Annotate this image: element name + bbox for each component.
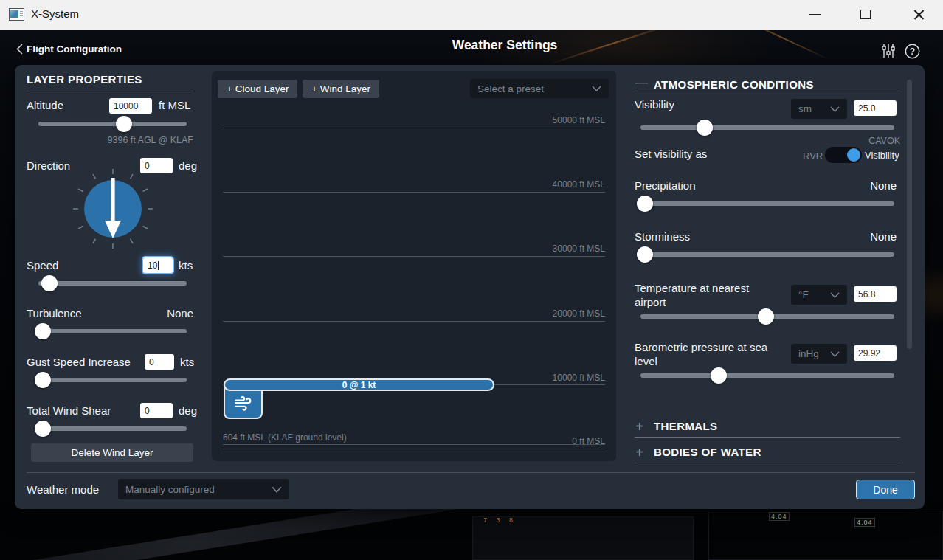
visibility-unit-dropdown[interactable]: sm — [791, 99, 847, 119]
slider-thumb[interactable] — [711, 367, 727, 384]
slider-thumb[interactable] — [758, 308, 774, 325]
expand-icon[interactable]: + — [635, 446, 644, 459]
preset-dropdown[interactable]: Select a preset — [470, 79, 609, 98]
altitude-tick-label: 30000 ft MSL — [223, 243, 605, 254]
gust-slider[interactable] — [38, 372, 187, 388]
speed-label: Speed — [27, 259, 58, 272]
divider — [635, 463, 900, 463]
temperature-slider[interactable] — [640, 308, 894, 325]
page-title: Weather Settings — [452, 38, 558, 53]
wind-direction-compass[interactable] — [72, 167, 154, 250]
altitude-gridline — [223, 449, 605, 449]
altitude-gridline — [223, 256, 605, 257]
pressure-slider[interactable] — [640, 367, 894, 384]
slider-thumb[interactable] — [637, 246, 653, 263]
pressure-label: Barometric pressure at sea level — [635, 340, 790, 368]
altitude-slider[interactable] — [38, 116, 187, 132]
window-titlebar: X-System — [0, 0, 943, 30]
slider-thumb[interactable] — [35, 323, 51, 339]
slider-track — [38, 281, 187, 286]
bodies-of-water-section-title[interactable]: BODIES OF WATER — [654, 446, 761, 458]
slider-thumb[interactable] — [697, 120, 713, 136]
delete-wind-layer-button[interactable]: Delete Wind Layer — [31, 443, 193, 462]
atmospheric-conditions-title[interactable]: ATMOSPHERIC CONDITIONS — [654, 78, 814, 91]
wind-shear-input[interactable]: 0 — [140, 403, 173, 418]
back-label: Flight Configuration — [27, 44, 122, 55]
temperature-unit-dropdown[interactable]: °F — [791, 285, 847, 305]
temperature-input[interactable]: 56.8 — [854, 286, 897, 302]
wind-layer-value: 0 @ 1 kt — [342, 380, 376, 390]
slider-thumb[interactable] — [35, 372, 51, 388]
divider — [635, 437, 900, 438]
pressure-input[interactable]: 29.92 — [854, 345, 897, 361]
footer-divider — [27, 472, 915, 473]
turbulence-slider[interactable] — [38, 323, 187, 339]
visibility-mode-toggle[interactable] — [825, 147, 862, 163]
help-icon[interactable]: ? — [905, 44, 920, 59]
altitude-gridline — [223, 128, 605, 128]
direction-label: Direction — [27, 159, 70, 172]
chevron-down-icon — [592, 86, 601, 91]
altitude-gridline — [223, 321, 605, 322]
weather-mode-dropdown[interactable]: Manually configured — [118, 479, 289, 499]
slider-thumb[interactable] — [116, 116, 132, 132]
scrollbar-thumb[interactable] — [907, 80, 912, 349]
speed-slider[interactable] — [38, 275, 187, 291]
visibility-option-label: Visibility — [865, 150, 899, 161]
cockpit-panel — [708, 511, 943, 560]
cockpit-readout: 4.04 — [769, 512, 790, 521]
wind-icon — [232, 392, 255, 412]
speed-input[interactable]: 10 — [143, 257, 173, 273]
back-button[interactable]: Flight Configuration — [16, 44, 122, 55]
tune-icon[interactable] — [881, 44, 896, 58]
cockpit-digits: 7 3 8 — [483, 516, 517, 524]
ground-level-line — [223, 444, 605, 445]
slider-thumb[interactable] — [41, 275, 58, 291]
slider-track — [38, 122, 187, 126]
direction-unit: deg — [179, 159, 197, 172]
altitude-gridline — [223, 192, 605, 193]
layers-altitude-panel: + Cloud Layer + Wind Layer Select a pres… — [212, 71, 616, 461]
add-cloud-layer-button[interactable]: + Cloud Layer — [218, 80, 297, 98]
temperature-unit-value: °F — [798, 289, 809, 300]
minimize-icon[interactable] — [809, 14, 821, 15]
slider-thumb[interactable] — [637, 196, 653, 212]
chevron-down-icon — [830, 106, 840, 112]
speed-value: 10 — [148, 260, 157, 271]
expand-icon[interactable]: + — [635, 420, 644, 433]
rvr-option-label: RVR — [803, 151, 823, 162]
preset-placeholder: Select a preset — [477, 83, 544, 94]
wind-shear-slider[interactable] — [38, 421, 187, 437]
precipitation-slider[interactable] — [640, 196, 894, 212]
visibility-slider[interactable] — [640, 120, 894, 136]
visibility-input[interactable]: 25.0 — [854, 100, 897, 116]
storminess-slider[interactable] — [640, 246, 894, 263]
slider-thumb[interactable] — [35, 421, 51, 437]
divider — [635, 94, 900, 94]
app-title: X-System — [31, 7, 79, 20]
slider-track — [38, 426, 187, 431]
gust-unit: kts — [180, 356, 194, 368]
maximize-icon[interactable] — [860, 10, 871, 19]
altitude-tick-label: 40000 ft MSL — [223, 179, 605, 190]
add-wind-layer-button[interactable]: + Wind Layer — [303, 80, 379, 98]
ground-level-label: 604 ft MSL (KLAF ground level) — [223, 432, 605, 443]
slider-track — [38, 378, 187, 382]
divider — [27, 91, 193, 91]
app-window-icon — [9, 8, 24, 21]
altitude-agl-note: 9396 ft AGL @ KLAF — [27, 135, 193, 145]
collapse-icon[interactable]: — — [635, 75, 648, 90]
gust-input[interactable]: 0 — [145, 354, 174, 370]
set-visibility-as-label: Set visibility as — [635, 148, 707, 160]
weather-settings-dialog: LAYER PROPERTIES Altitude 10000 ft MSL 9… — [15, 65, 925, 509]
chevron-down-icon — [830, 292, 840, 298]
layer-properties-title: LAYER PROPERTIES — [27, 73, 142, 86]
thermals-section-title[interactable]: THERMALS — [654, 420, 718, 432]
visibility-label: Visibility — [635, 98, 674, 111]
altitude-input[interactable]: 10000 — [109, 98, 152, 114]
pressure-unit-dropdown[interactable]: inHg — [791, 344, 847, 364]
done-button[interactable]: Done — [856, 480, 915, 499]
wind-layer-bar[interactable]: 0 @ 1 kt — [224, 378, 494, 391]
slider-track — [38, 329, 187, 333]
storminess-level: None — [635, 230, 897, 243]
